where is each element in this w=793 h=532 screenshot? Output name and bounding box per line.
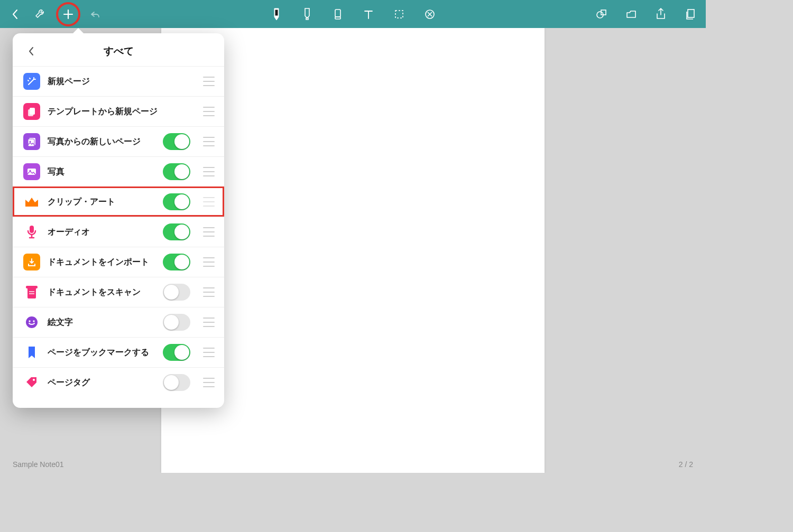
top-toolbar	[0, 0, 706, 28]
emoji-icon	[23, 314, 40, 331]
popover-back-button[interactable]	[23, 43, 39, 59]
drag-handle-icon[interactable]	[203, 137, 215, 146]
menu-item-label: ページタグ	[48, 377, 155, 388]
menu-item[interactable]: ドキュメントをインポート	[13, 247, 224, 277]
drag-handle-icon[interactable]	[203, 348, 215, 357]
svg-point-20	[26, 316, 38, 328]
template-icon	[23, 103, 40, 120]
wand-icon	[23, 73, 40, 90]
svg-point-21	[29, 320, 30, 322]
add-menu-popover: すべて 新規ページテンプレートから新規ページ写真からの新しいページ写真クリップ・…	[13, 33, 224, 408]
bookmark-icon	[23, 344, 40, 361]
undo-button[interactable]	[86, 4, 106, 24]
menu-item[interactable]: ページをブックマークする	[13, 337, 224, 367]
photopage-icon	[23, 133, 40, 150]
menu-item-label: 写真	[48, 166, 155, 177]
drag-handle-icon[interactable]	[203, 197, 215, 207]
menu-item[interactable]: テンプレートから新規ページ	[13, 96, 224, 126]
drag-handle-icon[interactable]	[203, 378, 215, 387]
menu-item[interactable]: 新規ページ	[13, 66, 224, 96]
svg-rect-7	[688, 10, 694, 17]
back-button[interactable]	[5, 4, 25, 24]
menu-item-label: クリップ・アート	[48, 197, 155, 207]
drag-handle-icon[interactable]	[203, 227, 215, 237]
import-icon	[23, 254, 40, 270]
toggle-switch[interactable]	[163, 374, 190, 391]
clear-tool[interactable]	[420, 4, 440, 24]
page-indicator: 2 / 2	[679, 460, 693, 469]
menu-item[interactable]: ページタグ	[13, 367, 224, 397]
menu-item[interactable]: オーディオ	[13, 217, 224, 247]
menu-item[interactable]: ドキュメントをスキャン	[13, 277, 224, 307]
text-tool[interactable]	[358, 4, 379, 24]
footer: Sample Note01 2 / 2	[0, 456, 706, 473]
highlighter-tool[interactable]	[297, 4, 317, 24]
svg-point-23	[33, 379, 35, 381]
toggle-switch[interactable]	[163, 163, 190, 180]
eraser-tool[interactable]	[328, 4, 348, 24]
drag-handle-icon[interactable]	[203, 257, 215, 267]
drag-handle-icon[interactable]	[203, 77, 215, 86]
toggle-switch[interactable]	[163, 223, 190, 240]
svg-rect-19	[29, 293, 34, 294]
menu-item-label: テンプレートから新規ページ	[48, 106, 190, 117]
menu-item-label: 新規ページ	[48, 76, 190, 87]
svg-rect-1	[335, 10, 340, 17]
crown-icon	[23, 193, 40, 210]
svg-rect-2	[335, 17, 340, 19]
svg-rect-11	[28, 139, 34, 146]
toggle-switch[interactable]	[163, 133, 190, 150]
shape-button[interactable]	[592, 4, 612, 24]
pages-button[interactable]	[680, 4, 700, 24]
svg-rect-17	[26, 286, 38, 288]
add-button[interactable]	[60, 6, 76, 22]
toggle-switch[interactable]	[163, 344, 190, 361]
menu-item-label: オーディオ	[48, 227, 155, 237]
menu-item-label: ドキュメントをスキャン	[48, 287, 155, 297]
toggle-switch[interactable]	[163, 284, 190, 301]
add-button-highlight	[56, 2, 80, 26]
svg-point-12	[30, 141, 31, 143]
toggle-switch[interactable]	[163, 193, 190, 210]
photo-icon	[23, 163, 40, 180]
svg-rect-0	[275, 10, 278, 16]
svg-rect-9	[28, 109, 33, 116]
drag-handle-icon[interactable]	[203, 318, 215, 327]
svg-point-22	[33, 320, 34, 322]
svg-rect-18	[29, 291, 34, 292]
popover-title: すべて	[104, 44, 134, 58]
toggle-switch[interactable]	[163, 254, 190, 270]
menu-item[interactable]: 写真からの新しいページ	[13, 126, 224, 156]
tools-button[interactable]	[31, 4, 51, 24]
tag-icon	[23, 374, 40, 391]
svg-rect-15	[25, 205, 38, 207]
drag-handle-icon[interactable]	[203, 107, 215, 116]
toggle-switch[interactable]	[163, 314, 190, 331]
lasso-tool[interactable]	[389, 4, 409, 24]
menu-item-label: ページをブックマークする	[48, 347, 155, 358]
media-button[interactable]	[621, 4, 641, 24]
menu-item[interactable]: クリップ・アート	[13, 186, 224, 217]
scan-icon	[23, 284, 40, 301]
pen-tool[interactable]	[266, 4, 287, 24]
share-button[interactable]	[651, 4, 671, 24]
note-title: Sample Note01	[13, 460, 64, 469]
svg-rect-16	[30, 226, 34, 233]
menu-item-label: 写真からの新しいページ	[48, 136, 155, 147]
mic-icon	[23, 223, 40, 240]
menu-item[interactable]: 写真	[13, 156, 224, 186]
menu-item[interactable]: 絵文字	[13, 307, 224, 337]
drag-handle-icon[interactable]	[203, 167, 215, 176]
menu-item-label: 絵文字	[48, 317, 155, 328]
drag-handle-icon[interactable]	[203, 287, 215, 297]
menu-item-label: ドキュメントをインポート	[48, 257, 155, 267]
svg-rect-3	[395, 11, 403, 18]
